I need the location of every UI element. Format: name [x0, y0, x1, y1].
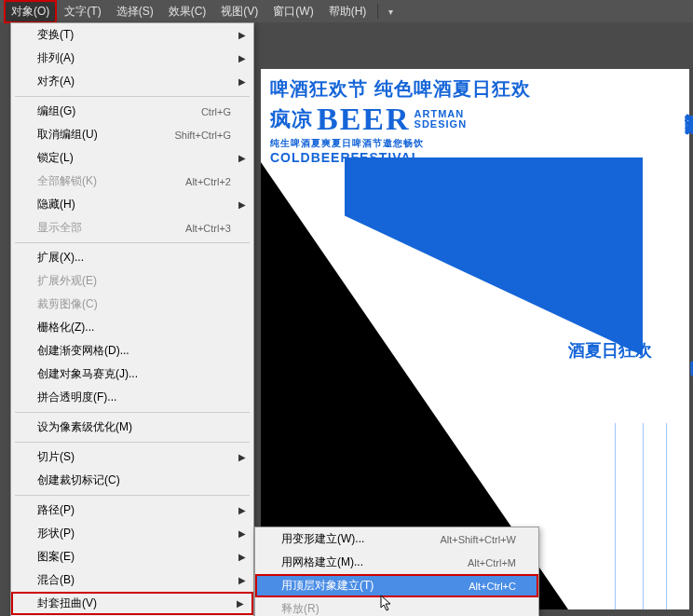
menu-item-label: 创建渐变网格(D)...	[37, 343, 231, 359]
artwork-text: 啤酒狂欢节 纯色啤酒夏日狂欢 疯凉 BEER ARTMANSDESIGN 纯生啤…	[270, 76, 689, 165]
menu-separator	[15, 96, 250, 97]
menu-effect[interactable]: 效果(C)	[161, 0, 214, 23]
menubar-separator	[377, 4, 378, 19]
menu-item-0[interactable]: 变换(T)▶	[11, 23, 253, 47]
submenu-arrow-icon: ▶	[238, 30, 246, 40]
menu-item-19[interactable]: 设为像素级优化(M)	[11, 416, 253, 439]
menu-item-16[interactable]: 创建对象马赛克(J)...	[11, 363, 253, 386]
menu-item-17[interactable]: 拼合透明度(F)...	[11, 386, 253, 409]
menu-item-label: 创建对象马赛克(J)...	[37, 366, 231, 382]
menubar: 对象(O) 文字(T) 选择(S) 效果(C) 视图(V) 窗口(W) 帮助(H…	[0, 0, 693, 22]
menu-item-label: 裁剪图像(C)	[37, 296, 231, 312]
submenu-arrow-icon: ▶	[238, 452, 246, 462]
submenu-item-label: 用网格建立(M)...	[281, 554, 468, 570]
menu-item-1[interactable]: 排列(A)▶	[11, 47, 253, 70]
submenu-arrow-icon: ▶	[238, 528, 246, 539]
menu-item-2[interactable]: 对齐(A)▶	[11, 70, 253, 93]
menu-item-label: 全部解锁(K)	[37, 173, 185, 189]
menu-item-8[interactable]: 隐藏(H)▶	[11, 193, 253, 216]
menu-item-label: 图案(E)	[37, 549, 231, 565]
menu-item-label: 排列(A)	[37, 50, 231, 66]
menu-item-label: 显示全部	[37, 220, 185, 236]
menu-help[interactable]: 帮助(H)	[321, 0, 374, 23]
menu-view[interactable]: 视图(V)	[213, 0, 265, 23]
menu-select[interactable]: 选择(S)	[109, 0, 161, 23]
menu-item-label: 创建裁切标记(C)	[37, 472, 231, 488]
submenu-arrow-icon: ▶	[238, 76, 246, 87]
cursor-icon	[380, 595, 395, 615]
submenu-arrow-icon: ▶	[238, 552, 246, 562]
menu-item-label: 设为像素级优化(M)	[37, 419, 231, 435]
menu-item-7: 全部解锁(K)Alt+Ctrl+2	[11, 170, 253, 193]
workspace-switcher-icon[interactable]: ▾	[382, 3, 399, 20]
menu-item-label: 封套扭曲(V)	[37, 595, 231, 611]
menu-item-shortcut: Ctrl+G	[201, 106, 231, 117]
submenu-item-shortcut: Alt+Ctrl+M	[468, 557, 516, 568]
menu-item-label: 栅格化(Z)...	[37, 320, 231, 335]
bottom-headline: 酒夏日狂欢	[568, 339, 652, 362]
menu-item-shortcut: Shift+Ctrl+G	[174, 130, 231, 141]
menu-item-14[interactable]: 栅格化(Z)...	[11, 316, 253, 339]
object-menu-dropdown: 变换(T)▶排列(A)▶对齐(A)▶编组(G)Ctrl+G取消编组(U)Shif…	[10, 22, 254, 616]
submenu-item-label: 用变形建立(W)...	[281, 531, 440, 547]
menu-item-label: 隐藏(H)	[37, 197, 231, 212]
submenu-arrow-icon: ▶	[238, 199, 246, 210]
menu-item-label: 混合(B)	[37, 572, 231, 588]
menu-item-label: 扩展外观(E)	[37, 273, 231, 289]
menu-separator	[15, 242, 250, 243]
menu-item-11[interactable]: 扩展(X)...	[11, 246, 253, 269]
submenu-arrow-icon: ▶	[238, 505, 246, 515]
menu-item-4[interactable]: 编组(G)Ctrl+G	[11, 100, 253, 123]
menu-item-28[interactable]: 封套扭曲(V)▶	[11, 592, 253, 615]
beer-text: BEER	[317, 102, 411, 137]
menu-item-label: 路径(P)	[37, 502, 231, 518]
submenu-arrow-icon: ▶	[238, 53, 246, 63]
menu-item-5[interactable]: 取消编组(U)Shift+Ctrl+G	[11, 123, 253, 146]
menu-object[interactable]: 对象(O)	[4, 0, 57, 23]
menu-separator	[15, 412, 250, 413]
menu-separator	[15, 495, 250, 496]
menu-item-label: 锁定(L)	[37, 150, 231, 166]
menu-item-label: 对齐(A)	[37, 74, 231, 89]
menu-item-label: 切片(S)	[37, 449, 231, 465]
submenu-item-label: 释放(R)	[281, 601, 516, 616]
menu-item-27[interactable]: 混合(B)▶	[11, 568, 253, 592]
menu-item-15[interactable]: 创建渐变网格(D)...	[11, 339, 253, 363]
headline-text: 啤酒狂欢节 纯色啤酒夏日狂欢	[270, 76, 689, 102]
submenu-item-1[interactable]: 用网格建立(M)...Alt+Ctrl+M	[255, 551, 538, 574]
menu-item-label: 取消编组(U)	[37, 127, 174, 143]
submenu-arrow-icon: ▶	[238, 575, 246, 585]
submenu-item-3: 释放(R)	[255, 597, 538, 616]
submenu-item-shortcut: Alt+Ctrl+C	[469, 581, 516, 592]
submenu-arrow-icon: ▶	[238, 153, 246, 163]
subtitle-text: 纯生啤酒夏爽夏日啤酒节邀您畅饮	[270, 137, 689, 150]
menu-item-label: 编组(G)	[37, 103, 201, 119]
menu-item-13: 裁剪图像(C)	[11, 293, 253, 316]
menu-window[interactable]: 窗口(W)	[265, 0, 320, 23]
menu-item-26[interactable]: 图案(E)▶	[11, 545, 253, 568]
submenu-item-shortcut: Alt+Shift+Ctrl+W	[440, 534, 516, 545]
menu-item-9: 显示全部Alt+Ctrl+3	[11, 216, 253, 240]
menu-item-label: 变换(T)	[37, 27, 231, 43]
menu-item-label: 扩展(X)...	[37, 250, 231, 266]
menu-item-shortcut: Alt+Ctrl+3	[185, 223, 231, 234]
menu-item-25[interactable]: 形状(P)▶	[11, 522, 253, 545]
menu-type[interactable]: 文字(T)	[57, 0, 108, 23]
submenu-item-2[interactable]: 用顶层对象建立(T)Alt+Ctrl+C	[255, 574, 538, 597]
submenu-arrow-icon: ▶	[237, 598, 244, 609]
menu-item-12: 扩展外观(E)	[11, 269, 253, 293]
submenu-item-label: 用顶层对象建立(T)	[281, 578, 469, 594]
menu-item-24[interactable]: 路径(P)▶	[11, 499, 253, 522]
menu-separator	[15, 442, 250, 443]
menu-item-22[interactable]: 创建裁切标记(C)	[11, 469, 253, 492]
menu-item-21[interactable]: 切片(S)▶	[11, 445, 253, 469]
menu-item-label: 形状(P)	[37, 526, 231, 541]
menu-item-shortcut: Alt+Ctrl+2	[185, 176, 231, 187]
menu-item-6[interactable]: 锁定(L)▶	[11, 146, 253, 170]
submenu-item-0[interactable]: 用变形建立(W)...Alt+Shift+Ctrl+W	[255, 527, 538, 551]
menu-item-label: 拼合透明度(F)...	[37, 390, 231, 405]
envelope-distort-submenu: 用变形建立(W)...Alt+Shift+Ctrl+W用网格建立(M)...Al…	[254, 527, 539, 616]
